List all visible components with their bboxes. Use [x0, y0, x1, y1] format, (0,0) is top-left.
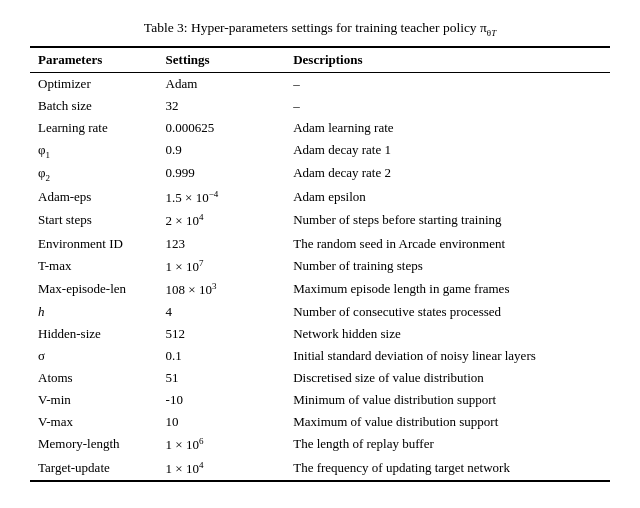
table-row: T-max1 × 107Number of training steps — [30, 255, 610, 278]
desc-cell: The random seed in Arcade environment — [285, 233, 610, 255]
setting-cell: 1.5 × 10−4 — [158, 186, 286, 209]
param-cell: Max-episode-len — [30, 278, 158, 301]
header-params: Parameters — [30, 47, 158, 73]
setting-cell: 123 — [158, 233, 286, 255]
setting-cell: 1 × 104 — [158, 457, 286, 481]
table-caption: Table 3: Hyper-parameters settings for t… — [30, 20, 610, 38]
desc-cell: Adam epsilon — [285, 186, 610, 209]
table-row: Adam-eps1.5 × 10−4Adam epsilon — [30, 186, 610, 209]
param-cell: T-max — [30, 255, 158, 278]
desc-cell: Adam decay rate 2 — [285, 162, 610, 186]
param-cell: Target-update — [30, 457, 158, 481]
table-row: V-min-10Minimum of value distribution su… — [30, 389, 610, 411]
param-cell: Hidden-size — [30, 323, 158, 345]
table-row: Atoms51Discretised size of value distrib… — [30, 367, 610, 389]
param-cell: Memory-length — [30, 433, 158, 456]
desc-cell: Number of consecutive states processed — [285, 301, 610, 323]
desc-cell: Maximum of value distribution support — [285, 411, 610, 433]
setting-cell: 2 × 104 — [158, 209, 286, 232]
table-row: σ0.1Initial standard deviation of noisy … — [30, 345, 610, 367]
setting-cell: 108 × 103 — [158, 278, 286, 301]
param-cell: φ1 — [30, 139, 158, 163]
desc-cell: Number of training steps — [285, 255, 610, 278]
param-cell: σ — [30, 345, 158, 367]
setting-cell: 0.9 — [158, 139, 286, 163]
desc-cell: The length of replay buffer — [285, 433, 610, 456]
table-row: V-max10Maximum of value distribution sup… — [30, 411, 610, 433]
desc-cell: Network hidden size — [285, 323, 610, 345]
param-cell: Adam-eps — [30, 186, 158, 209]
param-cell: φ2 — [30, 162, 158, 186]
param-cell: Environment ID — [30, 233, 158, 255]
setting-cell: Adam — [158, 72, 286, 95]
table-row: Start steps2 × 104Number of steps before… — [30, 209, 610, 232]
table-row: φ20.999Adam decay rate 2 — [30, 162, 610, 186]
desc-cell: Minimum of value distribution support — [285, 389, 610, 411]
desc-cell: Adam decay rate 1 — [285, 139, 610, 163]
desc-cell: The frequency of updating target network — [285, 457, 610, 481]
desc-cell: Discretised size of value distribution — [285, 367, 610, 389]
param-cell: Batch size — [30, 95, 158, 117]
header-settings: Settings — [158, 47, 286, 73]
param-cell: V-min — [30, 389, 158, 411]
table-row: Target-update1 × 104The frequency of upd… — [30, 457, 610, 481]
param-cell: h — [30, 301, 158, 323]
param-cell: Optimizer — [30, 72, 158, 95]
param-cell: Learning rate — [30, 117, 158, 139]
param-cell: V-max — [30, 411, 158, 433]
setting-cell: 1 × 106 — [158, 433, 286, 456]
desc-cell: Initial standard deviation of noisy line… — [285, 345, 610, 367]
desc-cell: – — [285, 95, 610, 117]
table-row: Environment ID123The random seed in Arca… — [30, 233, 610, 255]
setting-cell: 32 — [158, 95, 286, 117]
setting-cell: 1 × 107 — [158, 255, 286, 278]
table-row: Learning rate0.000625Adam learning rate — [30, 117, 610, 139]
setting-cell: 0.1 — [158, 345, 286, 367]
setting-cell: -10 — [158, 389, 286, 411]
desc-cell: – — [285, 72, 610, 95]
setting-cell: 512 — [158, 323, 286, 345]
desc-cell: Maximum episode length in game frames — [285, 278, 610, 301]
table-row: Batch size32– — [30, 95, 610, 117]
setting-cell: 51 — [158, 367, 286, 389]
table-row: Max-episode-len108 × 103Maximum episode … — [30, 278, 610, 301]
hyper-params-table: Parameters Settings Descriptions Optimiz… — [30, 46, 610, 482]
table-row: φ10.9Adam decay rate 1 — [30, 139, 610, 163]
header-desc: Descriptions — [285, 47, 610, 73]
table-row: OptimizerAdam– — [30, 72, 610, 95]
param-cell: Start steps — [30, 209, 158, 232]
setting-cell: 0.999 — [158, 162, 286, 186]
table-row: Memory-length1 × 106The length of replay… — [30, 433, 610, 456]
setting-cell: 4 — [158, 301, 286, 323]
desc-cell: Adam learning rate — [285, 117, 610, 139]
setting-cell: 0.000625 — [158, 117, 286, 139]
table-row: Hidden-size512Network hidden size — [30, 323, 610, 345]
setting-cell: 10 — [158, 411, 286, 433]
table-row: h4Number of consecutive states processed — [30, 301, 610, 323]
param-cell: Atoms — [30, 367, 158, 389]
desc-cell: Number of steps before starting training — [285, 209, 610, 232]
